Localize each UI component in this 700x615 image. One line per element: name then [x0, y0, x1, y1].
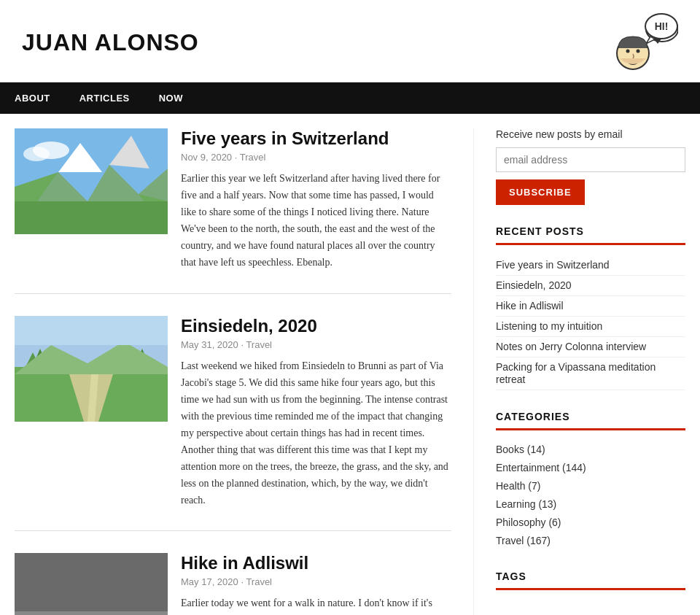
- recent-post-link[interactable]: Listening to my intuition: [496, 320, 602, 332]
- category-link[interactable]: Entertainment (144): [496, 462, 586, 473]
- post-title[interactable]: Five years in Switzerland: [181, 128, 451, 149]
- list-item: Einsiedeln, 2020: [496, 276, 685, 296]
- tags-section: TAGS: [496, 570, 685, 590]
- list-item: Hike in Adliswil: [496, 296, 685, 317]
- main-content: Five years in Switzerland Nov 9, 2020 · …: [0, 114, 700, 615]
- post-image-adliswil: [15, 553, 168, 615]
- category-link[interactable]: Books (14): [496, 444, 545, 455]
- tags-title: TAGS: [496, 570, 685, 590]
- list-item: Learning (13): [496, 495, 685, 514]
- list-item: Listening to my intuition: [496, 317, 685, 337]
- svg-rect-12: [15, 201, 168, 234]
- post-excerpt: Earlier today we went for a walk in natu…: [181, 595, 451, 615]
- post-excerpt: Last weekend we hiked from Einsiedeln to…: [181, 357, 451, 509]
- post-title[interactable]: Hike in Adliswil: [181, 553, 451, 573]
- categories-list: Books (14) Entertainment (144) Health (7…: [496, 441, 685, 550]
- speech-bubble: HI!: [645, 13, 678, 39]
- site-title: JUAN ALONSO: [22, 29, 199, 56]
- nav-articles[interactable]: ARTICLES: [65, 82, 144, 114]
- recent-posts-section: RECENT POSTS Five years in Switzerland E…: [496, 225, 685, 390]
- svg-rect-27: [15, 553, 168, 611]
- recent-posts-title: RECENT POSTS: [496, 225, 685, 245]
- email-subscription-section: Receive new posts by email SUBSCRIBE: [496, 128, 685, 205]
- list-item: Books (14): [496, 441, 685, 459]
- recent-post-link[interactable]: Five years in Switzerland: [496, 259, 610, 271]
- list-item: Five years in Switzerland: [496, 255, 685, 276]
- post-header: Einsiedeln, 2020 May 31, 2020 · Travel L…: [181, 316, 451, 509]
- post-header: Five years in Switzerland Nov 9, 2020 · …: [181, 128, 451, 271]
- recent-post-link[interactable]: Notes on Jerry Colonna interview: [496, 341, 646, 352]
- email-section-title: Receive new posts by email: [496, 128, 685, 140]
- list-item: Travel (167): [496, 532, 685, 550]
- post-meta: May 17, 2020 · Travel: [181, 576, 451, 587]
- category-link[interactable]: Travel (167): [496, 535, 551, 546]
- post-item: Five years in Switzerland Nov 9, 2020 · …: [15, 128, 451, 294]
- list-item: Notes on Jerry Colonna interview: [496, 337, 685, 357]
- svg-point-14: [23, 147, 50, 161]
- recent-post-link[interactable]: Einsiedeln, 2020: [496, 279, 572, 291]
- categories-section: CATEGORIES Books (14) Entertainment (144…: [496, 411, 685, 550]
- list-item: Entertainment (144): [496, 459, 685, 477]
- post-excerpt: Earlier this year we left Switzerland af…: [181, 170, 451, 271]
- list-item: Health (7): [496, 477, 685, 495]
- posts-column: Five years in Switzerland Nov 9, 2020 · …: [15, 128, 474, 615]
- category-link[interactable]: Health (7): [496, 480, 540, 492]
- email-input[interactable]: [496, 147, 685, 172]
- svg-rect-26: [15, 611, 168, 615]
- post-meta: May 31, 2020 · Travel: [181, 339, 451, 350]
- post-item: Hike in Adliswil May 17, 2020 · Travel E…: [15, 553, 451, 615]
- post-image-switzerland: [15, 128, 168, 234]
- category-link[interactable]: Philosophy (6): [496, 517, 561, 528]
- subscribe-button[interactable]: SUBSCRIBE: [496, 179, 585, 205]
- svg-point-5: [637, 50, 640, 53]
- list-item: Philosophy (6): [496, 514, 685, 532]
- svg-point-4: [626, 50, 630, 53]
- post-image-einsiedeln: [15, 316, 168, 422]
- nav-now[interactable]: NOW: [144, 82, 198, 114]
- site-header: JUAN ALONSO HI! HI!: [0, 0, 700, 82]
- post-title[interactable]: Einsiedeln, 2020: [181, 316, 451, 336]
- post-header: Hike in Adliswil May 17, 2020 · Travel E…: [181, 553, 451, 615]
- nav-about[interactable]: ABOUT: [0, 82, 65, 114]
- site-nav: ABOUT ARTICLES NOW: [0, 82, 700, 114]
- categories-title: CATEGORIES: [496, 411, 685, 430]
- header-avatar: HI! HI!: [612, 13, 678, 71]
- recent-posts-list: Five years in Switzerland Einsiedeln, 20…: [496, 255, 685, 390]
- post-meta: Nov 9, 2020 · Travel: [181, 152, 451, 163]
- post-item: Einsiedeln, 2020 May 31, 2020 · Travel L…: [15, 316, 451, 532]
- svg-rect-24: [15, 316, 168, 345]
- category-link[interactable]: Learning (13): [496, 498, 556, 510]
- sidebar: Receive new posts by email SUBSCRIBE REC…: [474, 128, 685, 615]
- recent-post-link[interactable]: Packing for a Vipassana meditation retre…: [496, 361, 656, 385]
- recent-post-link[interactable]: Hike in Adliswil: [496, 300, 564, 312]
- list-item: Packing for a Vipassana meditation retre…: [496, 357, 685, 390]
